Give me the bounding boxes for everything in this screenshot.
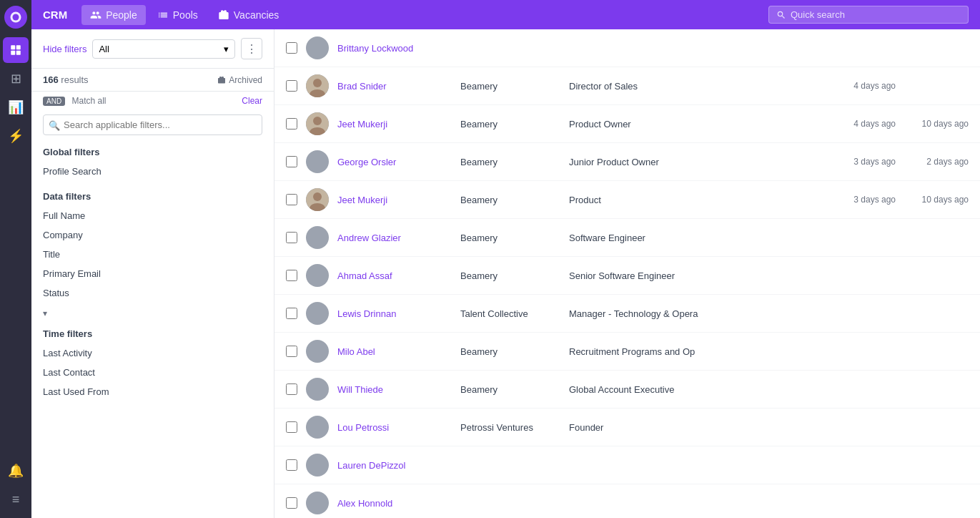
svg-point-10 xyxy=(313,117,322,125)
person-row[interactable]: Lou Petrossi Petrossi Ventures Founder xyxy=(274,409,980,446)
person-title: Director of Sales xyxy=(569,81,823,92)
person-avatar xyxy=(306,416,329,439)
filter-item-company[interactable]: Company xyxy=(43,225,262,245)
person-checkbox[interactable] xyxy=(286,346,297,357)
content-row: Hide filters All ▾ ⋮ 166 results Archive… xyxy=(31,29,980,518)
filter-select[interactable]: All ▾ xyxy=(92,39,235,59)
person-checkbox[interactable] xyxy=(286,383,297,395)
person-checkbox[interactable] xyxy=(286,194,297,205)
filter-search-input[interactable] xyxy=(43,114,262,135)
person-name[interactable]: Jeet Mukerji xyxy=(337,195,452,205)
search-icon: 🔍 xyxy=(49,119,60,130)
person-name[interactable]: Alex Honnold xyxy=(337,498,452,509)
person-name[interactable]: Andrew Glazier xyxy=(337,233,452,243)
svg-rect-4 xyxy=(11,51,15,55)
person-name[interactable]: Brad Snider xyxy=(337,81,452,92)
person-name[interactable]: Ahmad Assaf xyxy=(337,270,452,281)
filter-item-last-activity[interactable]: Last Activity xyxy=(43,343,262,363)
person-company: Talent Collective xyxy=(460,308,560,319)
person-checkbox[interactable] xyxy=(286,118,297,130)
person-name[interactable]: Will Thiede xyxy=(337,384,452,395)
person-name[interactable]: Milo Abel xyxy=(337,346,452,357)
person-title: Manager - Technology & Opera xyxy=(569,308,823,319)
and-badge: AND xyxy=(43,97,65,106)
nav-icon-dashboard[interactable] xyxy=(3,37,29,63)
person-name[interactable]: George Orsler xyxy=(337,157,452,167)
person-name[interactable]: Lewis Drinnan xyxy=(337,308,452,319)
global-filters-section: Global filters Profile Search xyxy=(31,140,274,184)
person-name[interactable]: Brittany Lockwood xyxy=(337,43,452,54)
person-row[interactable]: Will Thiede Beamery Global Account Execu… xyxy=(274,371,980,409)
person-company: Beamery xyxy=(460,233,560,243)
archived-button[interactable]: Archived xyxy=(217,75,262,85)
person-name[interactable]: Jeet Mukerji xyxy=(337,119,452,130)
sidebar-search[interactable]: 🔍 xyxy=(31,110,274,140)
person-company: Beamery xyxy=(460,384,560,395)
person-row[interactable]: Jeet Mukerji Beamery Product 3 days ago … xyxy=(274,181,980,219)
person-row[interactable]: Alex Honnold xyxy=(274,484,980,518)
filter-item-status[interactable]: Status xyxy=(43,283,262,303)
person-company: Beamery xyxy=(460,119,560,130)
svg-rect-2 xyxy=(11,45,15,49)
person-row[interactable]: Brad Snider Beamery Director of Sales 4 … xyxy=(274,67,980,105)
sidebar-results: 166 results Archived xyxy=(31,69,274,92)
person-checkbox[interactable] xyxy=(286,270,297,281)
person-checkbox[interactable] xyxy=(286,80,297,92)
filter-item-last-used-from[interactable]: Last Used From xyxy=(43,382,262,401)
person-title: Founder xyxy=(569,422,823,433)
nav-icon-chart[interactable]: 📊 xyxy=(3,94,29,120)
person-last-contact: 2 days ago xyxy=(904,157,969,167)
nav-pools-label: Pools xyxy=(173,9,198,21)
person-checkbox[interactable] xyxy=(286,308,297,319)
data-filters-section: Data filters Full Name Company Title Pri… xyxy=(31,184,274,306)
filter-item-primary-email[interactable]: Primary Email xyxy=(43,264,262,283)
filter-item-profile-search[interactable]: Profile Search xyxy=(43,162,262,181)
person-checkbox[interactable] xyxy=(286,497,297,509)
person-checkbox[interactable] xyxy=(286,156,297,167)
filter-item-full-name[interactable]: Full Name xyxy=(43,206,262,225)
more-options-button[interactable]: ⋮ xyxy=(241,38,262,59)
nav-people[interactable]: People xyxy=(81,5,146,25)
person-last-activity: 3 days ago xyxy=(831,157,896,167)
filter-select-value: All xyxy=(99,44,109,54)
person-row[interactable]: Jeet Mukerji Beamery Product Owner 4 day… xyxy=(274,105,980,143)
person-name[interactable]: Lauren DePizzol xyxy=(337,460,452,471)
nav-vacancies[interactable]: Vacancies xyxy=(209,5,288,25)
hide-filters-button[interactable]: Hide filters xyxy=(43,44,86,54)
nav-pools[interactable]: Pools xyxy=(149,5,207,25)
clear-button[interactable]: Clear xyxy=(242,96,262,106)
person-avatar xyxy=(306,150,329,173)
person-checkbox[interactable] xyxy=(286,232,297,243)
person-company: Petrossi Ventures xyxy=(460,422,560,433)
crm-logo: CRM xyxy=(43,9,67,21)
filter-item-last-contact[interactable]: Last Contact xyxy=(43,363,262,382)
show-more-filters[interactable]: ▾ xyxy=(31,306,274,321)
person-title: Recruitment Programs and Op xyxy=(569,346,823,357)
nav-icon-person[interactable]: ⊞ xyxy=(3,66,29,92)
person-checkbox[interactable] xyxy=(286,421,297,433)
person-row[interactable]: Ahmad Assaf Beamery Senior Software Engi… xyxy=(274,257,980,295)
person-row[interactable]: Brittany Lockwood xyxy=(274,29,980,67)
person-row[interactable]: Lewis Drinnan Talent Collective Manager … xyxy=(274,295,980,333)
person-title: Senior Software Engineer xyxy=(569,270,823,281)
person-last-contact: 10 days ago xyxy=(904,119,969,129)
data-filters-title: Data filters xyxy=(43,191,262,202)
person-row[interactable]: Lauren DePizzol xyxy=(274,446,980,484)
person-row[interactable]: Milo Abel Beamery Recruitment Programs a… xyxy=(274,333,980,371)
person-row[interactable]: Andrew Glazier Beamery Software Engineer xyxy=(274,219,980,257)
quick-search[interactable]: Quick search xyxy=(768,6,969,24)
nav-icon-bell[interactable]: 🔔 xyxy=(3,458,29,484)
main-area: CRM People Pools Vacancies Quick search … xyxy=(31,0,980,518)
person-last-activity: 4 days ago xyxy=(831,119,896,129)
person-checkbox[interactable] xyxy=(286,459,297,471)
nav-icon-lightning[interactable]: ⚡ xyxy=(3,123,29,149)
person-row[interactable]: George Orsler Beamery Junior Product Own… xyxy=(274,143,980,181)
person-avatar xyxy=(306,340,329,363)
sidebar-match-all: AND Match all Clear xyxy=(31,92,274,110)
top-nav: CRM People Pools Vacancies Quick search xyxy=(31,0,980,29)
svg-point-7 xyxy=(313,79,322,87)
person-checkbox[interactable] xyxy=(286,42,297,54)
filter-item-title[interactable]: Title xyxy=(43,245,262,264)
nav-icon-menu[interactable]: ≡ xyxy=(3,487,29,512)
person-name[interactable]: Lou Petrossi xyxy=(337,422,452,433)
